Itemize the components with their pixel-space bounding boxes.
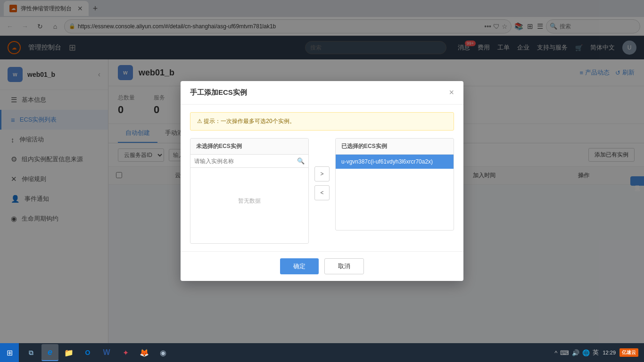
selected-header: 已选择的ECS实例 bbox=[336, 139, 454, 155]
taskbar-ie[interactable]: e bbox=[41, 344, 58, 361]
windows-icon: ⊞ bbox=[7, 348, 13, 357]
hint-text: 提示：一次操作最多可选20个实例。 bbox=[204, 118, 295, 124]
taskbar-time: 12:29 bbox=[603, 350, 616, 355]
taskbar: ⊞ ⧉ e 📁 O W ✦ 🦊 ◉ ^ ⌨ 🔊 🌐 bbox=[0, 343, 644, 362]
volume-icon[interactable]: 🔊 bbox=[572, 349, 579, 356]
modal-title: 手工添加ECS实例 bbox=[190, 88, 449, 97]
yisuyun-logo: 亿速云 bbox=[619, 348, 638, 357]
taskbar-outlook[interactable]: O bbox=[79, 344, 96, 361]
cancel-button[interactable]: 取消 bbox=[324, 258, 364, 274]
start-button[interactable]: ⊞ bbox=[0, 343, 19, 362]
word-icon: W bbox=[103, 348, 110, 357]
modal-close-button[interactable]: × bbox=[449, 88, 454, 98]
systray: ^ ⌨ 🔊 🌐 英 bbox=[554, 348, 599, 357]
taskbar-app8[interactable]: ◉ bbox=[155, 344, 172, 361]
taskbar-explorer[interactable]: 📁 bbox=[60, 344, 77, 361]
show-hidden-icon[interactable]: ^ bbox=[554, 349, 557, 356]
transfer-forward-button[interactable]: > bbox=[314, 166, 330, 181]
unselected-panel: 未选择的ECS实例 🔍 暂无数据 bbox=[190, 138, 309, 244]
taskbar-app6[interactable]: ✦ bbox=[117, 344, 134, 361]
confirm-button[interactable]: 确定 bbox=[280, 258, 319, 274]
modal-hint: ⚠ 提示：一次操作最多可选20个实例。 bbox=[190, 112, 454, 131]
task-view-icon: ⧉ bbox=[29, 349, 33, 357]
app8-icon: ◉ bbox=[160, 348, 166, 357]
taskbar-firefox[interactable]: 🦊 bbox=[136, 344, 153, 361]
firefox-icon: 🦊 bbox=[140, 348, 149, 357]
unselected-header: 未选择的ECS实例 bbox=[190, 139, 308, 155]
lang-indicator[interactable]: 英 bbox=[593, 348, 599, 357]
modal-overlay[interactable]: 手工添加ECS实例 × ⚠ 提示：一次操作最多可选20个实例。 未选择的ECS实… bbox=[0, 0, 644, 362]
unselected-empty: 暂无数据 bbox=[190, 168, 308, 234]
modal-footer: 确定 取消 bbox=[181, 251, 463, 281]
selected-list: u-vgvn387c(i-uf61vdyh3l6xrcr70a2x) bbox=[336, 155, 454, 230]
transfer-buttons: > < bbox=[313, 166, 331, 200]
taskbar-apps: ⧉ e 📁 O W ✦ 🦊 ◉ bbox=[19, 344, 175, 361]
task-view-button[interactable]: ⧉ bbox=[23, 344, 40, 361]
taskbar-word[interactable]: W bbox=[98, 344, 115, 361]
taskbar-right: ^ ⌨ 🔊 🌐 英 12:29 亿速云 bbox=[549, 348, 644, 357]
selected-instance-item[interactable]: u-vgvn387c(i-uf61vdyh3l6xrcr70a2x) bbox=[336, 155, 454, 169]
instance-search: 🔍 bbox=[190, 155, 308, 168]
modal-body: ⚠ 提示：一次操作最多可选20个实例。 未选择的ECS实例 🔍 暂无数据 bbox=[181, 105, 463, 251]
hint-icon: ⚠ bbox=[197, 118, 202, 124]
transfer-backward-button[interactable]: < bbox=[314, 185, 330, 200]
ie-icon: e bbox=[48, 347, 52, 357]
app6-icon: ✦ bbox=[123, 348, 129, 357]
outlook-icon: O bbox=[85, 349, 91, 356]
network-icon[interactable]: 🌐 bbox=[582, 349, 590, 356]
unselected-list: 暂无数据 bbox=[190, 168, 308, 243]
modal-columns: 未选择的ECS实例 🔍 暂无数据 > < 已选择的ECS实例 bbox=[190, 138, 454, 244]
explorer-icon: 📁 bbox=[64, 348, 74, 357]
instance-search-icon[interactable]: 🔍 bbox=[297, 157, 305, 165]
add-ecs-modal: 手工添加ECS实例 × ⚠ 提示：一次操作最多可选20个实例。 未选择的ECS实… bbox=[181, 81, 463, 281]
selected-panel: 已选择的ECS实例 u-vgvn387c(i-uf61vdyh3l6xrcr70… bbox=[335, 138, 454, 230]
instance-search-input[interactable] bbox=[194, 158, 294, 165]
modal-header: 手工添加ECS实例 × bbox=[181, 81, 463, 105]
input-method-icon[interactable]: ⌨ bbox=[560, 349, 569, 356]
clock: 12:29 bbox=[603, 350, 616, 355]
